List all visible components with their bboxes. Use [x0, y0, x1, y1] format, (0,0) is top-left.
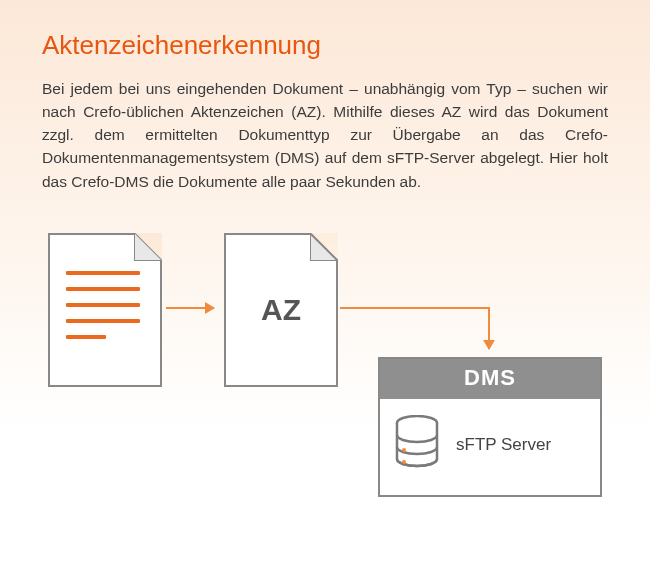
- dms-box: DMS sFTP Server: [378, 357, 602, 497]
- database-icon: [392, 415, 442, 475]
- az-label: AZ: [226, 293, 336, 327]
- arrow-segment: [340, 307, 490, 309]
- az-document-icon: AZ: [224, 233, 338, 387]
- sftp-server-label: sFTP Server: [456, 435, 551, 455]
- svg-point-3: [402, 448, 406, 452]
- page-title: Aktenzeichenerkennung: [42, 30, 608, 61]
- svg-point-4: [402, 460, 406, 464]
- page: Aktenzeichenerkennung Bei jedem bei uns …: [0, 0, 650, 574]
- dms-header: DMS: [380, 359, 600, 399]
- arrow-icon: [166, 307, 214, 309]
- flow-diagram: AZ .arrow-h.noarrowhead::after{display:n…: [48, 233, 608, 523]
- incoming-document-icon: [48, 233, 162, 387]
- document-text-lines-icon: [66, 271, 140, 351]
- description-text: Bei jedem bei uns eingehenden Dokument –…: [42, 77, 608, 193]
